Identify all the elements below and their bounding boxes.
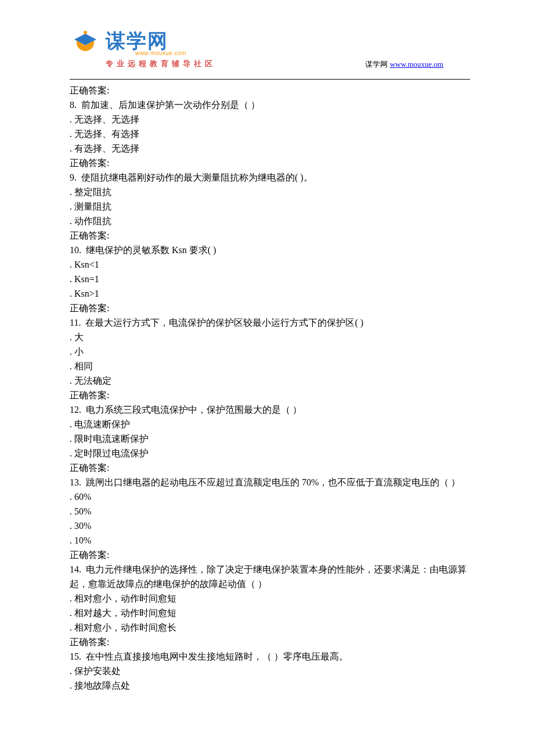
header-source-label: 谋学网	[365, 60, 388, 69]
svg-point-0	[84, 31, 87, 34]
question-option: . 相对愈小，动作时间愈长	[70, 620, 470, 635]
question-option: . 有选择、无选择	[70, 141, 470, 156]
header-source-link[interactable]: www.mouxue.om	[390, 60, 443, 69]
question-option: . 整定阻抗	[70, 185, 470, 199]
question-option: . 60%	[70, 489, 470, 504]
logo-text-block: 谋学网 www.mouxue.com 专业远程教育辅导社区	[106, 30, 216, 69]
question-option: . 10%	[70, 533, 470, 548]
question-stem: 12. 电力系统三段式电流保护中，保护范围最大的是（ ）	[70, 402, 470, 417]
question-option: . Ksn=1	[70, 272, 470, 286]
header-divider	[70, 79, 470, 80]
site-logo: 谋学网 www.mouxue.com 专业远程教育辅导社区	[70, 30, 216, 69]
question-option: . 相同	[70, 359, 470, 373]
question-option: . 动作阻抗	[70, 214, 470, 228]
question-option: . 小	[70, 344, 470, 359]
question-option: . Ksn<1	[70, 257, 470, 272]
answer-label: 正确答案:	[70, 83, 470, 98]
question-option: . 测量阻抗	[70, 199, 470, 214]
question-stem: 9. 使阻抗继电器刚好动作的最大测量阻抗称为继电器的( )。	[70, 170, 470, 185]
question-option: . 限时电流速断保护	[70, 431, 470, 446]
question-option: . 无法确定	[70, 373, 470, 388]
answer-label: 正确答案:	[70, 635, 470, 649]
question-stem: 11. 在最大运行方式下，电流保护的保护区较最小运行方式下的保护区( )	[70, 315, 470, 330]
logo-icon	[70, 30, 101, 57]
answer-label: 正确答案:	[70, 388, 470, 402]
answer-label: 正确答案:	[70, 228, 470, 243]
question-stem: 15. 在中性点直接接地电网中发生接地短路时，（ ）零序电压最高。	[70, 649, 470, 664]
question-option: . Ksn>1	[70, 286, 470, 301]
question-content: 正确答案: 8. 前加速、后加速保护第一次动作分别是（ ） . 无选择、无选择 …	[70, 83, 470, 693]
question-stem: 14. 电力元件继电保护的选择性，除了决定于继电保护装置本身的性能外，还要求满足…	[70, 562, 470, 591]
question-stem: 10. 继电保护的灵敏系数 Ksn 要求( )	[70, 243, 470, 257]
question-option: . 大	[70, 330, 470, 344]
answer-label: 正确答案:	[70, 460, 470, 475]
question-option: . 无选择、无选择	[70, 112, 470, 127]
question-option: . 接地故障点处	[70, 678, 470, 693]
question-option: . 无选择、有选择	[70, 127, 470, 141]
question-stem: 13. 跳闸出口继电器的起动电压不应超过直流额定电压的 70%，也不应低于直流额…	[70, 475, 470, 489]
question-option: . 相对越大，动作时间愈短	[70, 606, 470, 620]
question-stem: 8. 前加速、后加速保护第一次动作分别是（ ）	[70, 98, 470, 112]
header-source: 谋学网 www.mouxue.om	[365, 59, 443, 70]
logo-title: 谋学网	[106, 30, 216, 51]
question-option: . 定时限过电流保护	[70, 446, 470, 460]
question-option: . 相对愈小，动作时间愈短	[70, 591, 470, 606]
answer-label: 正确答案:	[70, 548, 470, 562]
question-option: . 电流速断保护	[70, 417, 470, 431]
answer-label: 正确答案:	[70, 301, 470, 315]
answer-label: 正确答案:	[70, 156, 470, 170]
page-header: 谋学网 www.mouxue.com 专业远程教育辅导社区 谋学网 www.mo…	[70, 34, 470, 74]
question-option: . 50%	[70, 504, 470, 519]
question-option: . 保护安装处	[70, 664, 470, 678]
question-option: . 30%	[70, 519, 470, 533]
logo-tagline: 专业远程教育辅导社区	[106, 59, 216, 69]
